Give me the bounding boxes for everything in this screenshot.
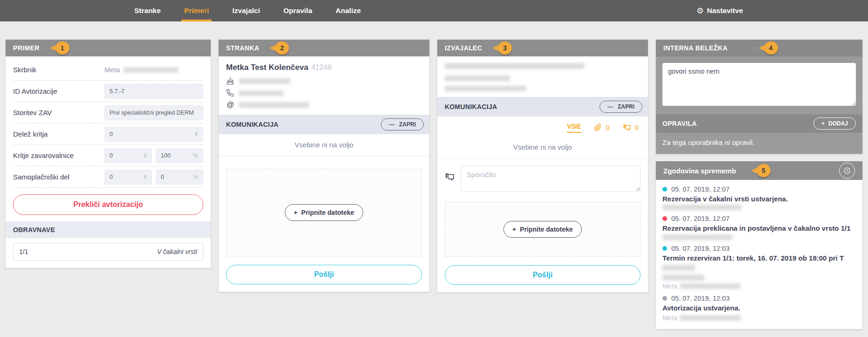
samoplacniski-eur-input[interactable]: 0 € [104, 170, 152, 185]
filter-messages[interactable]: 0 [623, 124, 639, 132]
paperclip-icon [594, 124, 602, 131]
redacted-text [239, 102, 309, 108]
redacted-text [124, 67, 179, 73]
minus-icon: — [607, 103, 613, 110]
redacted-text [680, 315, 741, 321]
attach-files-button[interactable]: + Pripnite datoteke [503, 221, 582, 238]
redacted-text [445, 86, 526, 91]
stranka-title: STRANKA [226, 44, 259, 52]
redacted-text [445, 63, 585, 69]
step-badge-1: 1 [55, 41, 69, 55]
message-input[interactable] [461, 165, 641, 192]
zapri-button[interactable]: — ZAPRI [599, 101, 642, 113]
status-dot [662, 187, 667, 192]
stranka-empty-message: Vsebine ni na voljo [219, 134, 429, 157]
skrbnik-value: Meta [104, 66, 120, 74]
tab-primeri[interactable]: Primeri [184, 0, 209, 21]
id-avtorizacije-input[interactable]: 5.7.-7 [104, 84, 203, 99]
step-badge-3: 3 [498, 41, 512, 55]
step-badge-5: 5 [757, 164, 771, 177]
field-delez-kritja: Delež kritja 0 € [13, 124, 203, 145]
send-button[interactable]: Pošlji [226, 265, 422, 284]
stranka-dropzone[interactable]: + Pripnite datoteke [226, 169, 422, 256]
primer-card: PRIMER 1 Skrbnik Meta ID Avtorizacije 5.… [6, 40, 211, 268]
izvajalec-dropzone[interactable]: + Pripnite datoteke [445, 202, 641, 257]
provider-info [437, 56, 648, 97]
izvajalec-title: IZVAJALEC [445, 44, 482, 52]
filter-all[interactable]: VSE [567, 122, 581, 133]
email-at-icon: @ [226, 101, 234, 109]
main-content: PRIMER 1 Skrbnik Meta ID Avtorizacije 5.… [0, 21, 868, 329]
change-history-card: Zgodovina sprememb 5 05. 07. 2019, 12:07… [656, 161, 862, 329]
entry-date: 05. 07. 2019, 12:03 [671, 295, 730, 302]
entry-author: Meta [662, 282, 677, 290]
gear-icon: ⚙ [696, 6, 703, 16]
redacted-text [662, 265, 695, 271]
obravnava-row[interactable]: 1/1 V čakalni vrsti [13, 243, 203, 261]
storitev-zav-input[interactable]: Prvi specialistični pregled DERM [104, 105, 203, 120]
stranka-komunikacija-bar: KOMUNIKACIJA — ZAPRI [219, 115, 429, 134]
attach-files-button[interactable]: + Pripnite datoteke [285, 204, 363, 221]
interna-belezka-header: INTERNA BELEŽKA 4 [656, 40, 862, 56]
filter-attachments[interactable]: 0 [594, 124, 609, 131]
history-entry: 05. 07. 2019, 12:03 Termin rezerviran 1/… [662, 245, 856, 290]
entry-text: Rezervacija v čakalni vrsti ustvarjena. [662, 194, 856, 204]
nav-settings-button[interactable]: ⚙ Nastavitve [696, 0, 743, 21]
field-id-avtorizacije: ID Avtorizacije 5.7.-7 [13, 81, 203, 102]
message-filters: VSE 0 0 [437, 117, 648, 137]
step-badge-2: 2 [275, 41, 289, 55]
obravnava-number: 1/1 [19, 248, 28, 255]
redacted-text [680, 283, 741, 289]
field-skrbnik: Skrbnik Meta [13, 59, 203, 81]
phone-icon [226, 89, 234, 97]
right-column: INTERNA BELEŽKA 4 govori ssmo nem OPRAVI… [656, 40, 862, 329]
client-id: 41246 [311, 63, 332, 71]
entry-date: 05. 07. 2019, 12:03 [671, 245, 730, 252]
pct-unit: % [193, 152, 198, 159]
add-task-button[interactable]: + DODAJ [813, 117, 856, 130]
history-refresh-button[interactable] [839, 163, 855, 179]
send-button[interactable]: Pošlji [445, 265, 641, 285]
cancel-authorization-button[interactable]: Prekliči avtorizacijo [13, 194, 203, 215]
redacted-text [662, 205, 742, 210]
izvajalec-komunikacija-bar: KOMUNIKACIJA — ZAPRI [437, 97, 648, 117]
tab-stranke[interactable]: Stranke [134, 0, 161, 21]
email-row: @ [226, 101, 422, 109]
change-history-header: Zgodovina sprememb 5 [656, 161, 862, 180]
delez-kritja-input[interactable]: 0 € [104, 127, 203, 142]
history-entry: 05. 07. 2019, 12:07 Rezervacija preklica… [662, 215, 856, 240]
redacted-text [445, 76, 510, 81]
minus-icon: — [389, 121, 394, 128]
internal-note-input[interactable]: govori ssmo nem [662, 63, 856, 106]
nav-tabs: Stranke Primeri Izvajalci Opravila Anali… [134, 0, 361, 21]
samoplacniski-pct-input[interactable]: 0 % [156, 170, 203, 185]
obravnave-header: OBRAVNAVE [6, 221, 211, 238]
interna-belezka-panel: INTERNA BELEŽKA 4 govori ssmo nem OPRAVI… [656, 40, 862, 154]
top-nav: Stranke Primeri Izvajalci Opravila Anali… [0, 0, 868, 21]
tab-opravila[interactable]: Opravila [283, 0, 312, 21]
chat-bubbles-icon [445, 172, 455, 182]
opravila-bar: OPRAVILA + DODAJ [656, 114, 862, 133]
zapri-button[interactable]: — ZAPRI [381, 118, 424, 131]
step-badge-4: 4 [764, 41, 778, 55]
entry-date: 05. 07. 2019, 12:07 [671, 186, 730, 193]
kritje-pct-input[interactable]: 100 % [156, 148, 203, 163]
redacted-text [239, 90, 283, 96]
chat-bubbles-icon [623, 124, 631, 132]
status-dot [662, 296, 667, 301]
kritje-eur-input[interactable]: 0 € [104, 148, 152, 163]
tab-analize[interactable]: Analize [336, 0, 361, 21]
plus-icon: + [512, 226, 516, 233]
stranka-header: STRANKA 2 [219, 40, 429, 56]
opravila-empty-message: Za tega uporabnika ni opravil. [656, 133, 862, 154]
status-dot [662, 216, 667, 221]
obravnava-status: V čakalni vrsti [157, 248, 197, 255]
entry-text: Termin rezerviran 1/1: torek, 16. 07. 20… [662, 254, 856, 282]
entry-date: 05. 07. 2019, 12:07 [671, 215, 730, 222]
message-compose-row [437, 159, 648, 196]
redacted-text [662, 234, 732, 240]
izvajalec-empty-message: Vsebine ni na voljo [437, 137, 648, 159]
pct-unit: % [193, 174, 198, 180]
tab-izvajalci[interactable]: Izvajalci [232, 0, 260, 21]
entry-author: Meta [662, 314, 677, 322]
